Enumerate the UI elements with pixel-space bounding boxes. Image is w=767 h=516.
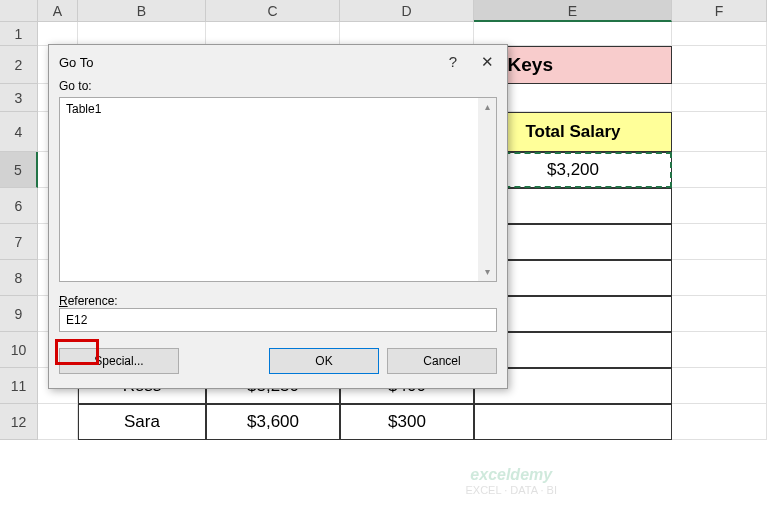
cell[interactable]: [672, 332, 767, 368]
row-header-2[interactable]: 2: [0, 46, 38, 84]
close-icon[interactable]: ✕: [477, 53, 497, 71]
scroll-down-icon[interactable]: ▾: [478, 263, 496, 281]
scroll-up-icon[interactable]: ▴: [478, 98, 496, 116]
cell[interactable]: [672, 260, 767, 296]
cell[interactable]: [38, 404, 78, 440]
list-item[interactable]: Table1: [66, 102, 490, 116]
cell-b12[interactable]: Sara: [78, 404, 206, 440]
row-header-12[interactable]: 12: [0, 404, 38, 440]
cell[interactable]: [672, 404, 767, 440]
cell-d1[interactable]: [340, 22, 474, 46]
cell-b1[interactable]: [78, 22, 206, 46]
cell[interactable]: [672, 188, 767, 224]
col-header-d[interactable]: D: [340, 0, 474, 22]
cell-c1[interactable]: [206, 22, 340, 46]
watermark-line1: exceldemy: [466, 466, 558, 484]
row-header-10[interactable]: 10: [0, 332, 38, 368]
col-header-b[interactable]: B: [78, 0, 206, 22]
goto-listbox[interactable]: Table1 ▴ ▾: [59, 97, 497, 282]
help-icon[interactable]: ?: [443, 53, 463, 71]
row-12: 12 Sara $3,600 $300: [0, 404, 767, 440]
row-header-6[interactable]: 6: [0, 188, 38, 224]
ok-button[interactable]: OK: [269, 348, 379, 374]
cell[interactable]: [672, 296, 767, 332]
column-headers: A B C D E F: [0, 0, 767, 22]
cell-e1[interactable]: [474, 22, 672, 46]
row-header-8[interactable]: 8: [0, 260, 38, 296]
watermark: exceldemy EXCEL · DATA · BI: [466, 466, 558, 496]
row-header-11[interactable]: 11: [0, 368, 38, 404]
row-header-4[interactable]: 4: [0, 112, 38, 152]
cell-f3[interactable]: [672, 84, 767, 112]
row-header-7[interactable]: 7: [0, 224, 38, 260]
row-1: 1: [0, 22, 767, 46]
cell-c12[interactable]: $3,600: [206, 404, 340, 440]
goto-label: Go to:: [59, 79, 497, 93]
cell-d12[interactable]: $300: [340, 404, 474, 440]
cell-f2[interactable]: [672, 46, 767, 84]
col-header-c[interactable]: C: [206, 0, 340, 22]
cell-f4[interactable]: [672, 112, 767, 152]
dialog-titlebar[interactable]: Go To ? ✕: [49, 45, 507, 75]
col-header-f[interactable]: F: [672, 0, 767, 22]
col-header-e[interactable]: E: [474, 0, 672, 22]
scrollbar[interactable]: ▴ ▾: [478, 98, 496, 281]
cell[interactable]: [672, 224, 767, 260]
row-header-1[interactable]: 1: [0, 22, 38, 46]
reference-label: Reference:: [59, 294, 497, 308]
row-header-9[interactable]: 9: [0, 296, 38, 332]
select-all-corner[interactable]: [0, 0, 38, 22]
col-header-a[interactable]: A: [38, 0, 78, 22]
cell-f5[interactable]: [672, 152, 767, 188]
watermark-line2: EXCEL · DATA · BI: [466, 484, 558, 496]
goto-dialog: Go To ? ✕ Go to: Table1 ▴ ▾ Reference: S…: [48, 44, 508, 389]
special-button[interactable]: Special...: [59, 348, 179, 374]
row-header-5[interactable]: 5: [0, 152, 38, 188]
cell[interactable]: [672, 368, 767, 404]
cell-f1[interactable]: [672, 22, 767, 46]
cell-a1[interactable]: [38, 22, 78, 46]
reference-input[interactable]: [59, 308, 497, 332]
cancel-button[interactable]: Cancel: [387, 348, 497, 374]
cell[interactable]: [474, 404, 672, 440]
dialog-title: Go To: [59, 55, 93, 70]
row-header-3[interactable]: 3: [0, 84, 38, 112]
